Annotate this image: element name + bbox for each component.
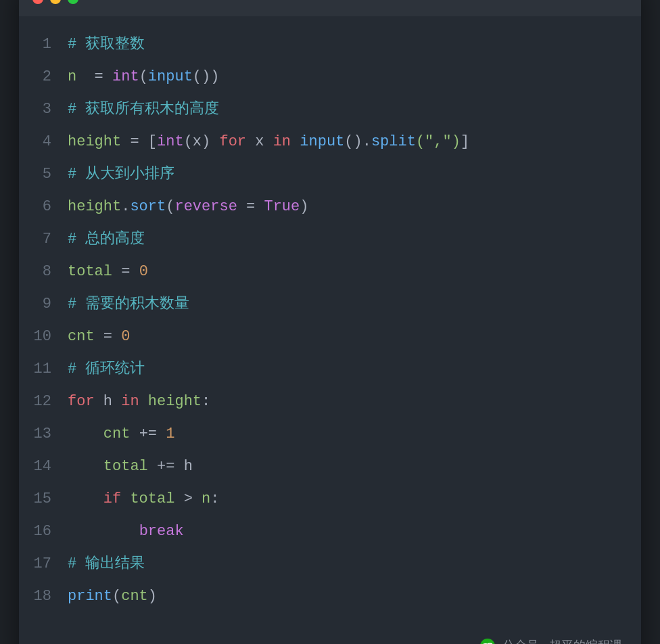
token: # 总的高度 (68, 231, 145, 248)
line-number: 11 (19, 354, 68, 384)
line-content: total = 0 (68, 257, 148, 287)
line-number: 4 (19, 127, 68, 157)
token: ( (112, 588, 121, 605)
line-number: 13 (19, 419, 68, 449)
token: (",") (416, 133, 461, 150)
token (68, 490, 103, 507)
line-content: # 获取所有积木的高度 (68, 95, 219, 124)
token: split (371, 133, 416, 150)
token: 0 (121, 328, 130, 345)
token: total (68, 458, 157, 475)
code-line: 9# 需要的积木数量 (19, 288, 641, 321)
token: height (68, 198, 121, 215)
code-line: 1# 获取整数 (19, 28, 641, 61)
token: for (219, 133, 246, 150)
line-content: # 输出结果 (68, 549, 145, 579)
token: height (148, 393, 202, 410)
code-area: 1# 获取整数2n = int(input())3# 获取所有积木的高度4hei… (19, 16, 641, 632)
line-content: for h in height: (68, 387, 210, 417)
code-line: 10cnt = 0 (19, 321, 641, 353)
code-window: 1# 获取整数2n = int(input())3# 获取所有积木的高度4hei… (19, 0, 641, 644)
token: += h (157, 458, 193, 475)
token: ) (210, 68, 219, 85)
line-content: cnt = 0 (68, 322, 130, 352)
line-content: total += h (68, 452, 193, 482)
line-content: # 需要的积木数量 (68, 290, 189, 319)
code-line: 6height.sort(reverse = True) (19, 191, 641, 223)
token: ( (139, 68, 148, 85)
code-line: 11# 循环统计 (19, 353, 641, 386)
line-content: break (68, 517, 184, 547)
token: cnt (121, 588, 148, 605)
token: in (121, 393, 139, 410)
line-number: 14 (19, 452, 68, 482)
minimize-button[interactable] (50, 0, 61, 4)
token: 0 (139, 263, 148, 280)
token: print (68, 588, 112, 605)
line-content: if total > n: (68, 484, 219, 514)
line-content: cnt += 1 (68, 419, 174, 449)
token: ( (166, 198, 174, 215)
token (68, 523, 139, 540)
token: ) (148, 588, 157, 605)
line-content: print(cnt) (68, 582, 157, 612)
code-line: 5# 从大到小排序 (19, 158, 641, 191)
token: sort (130, 198, 166, 215)
token: input (300, 133, 344, 150)
token: break (139, 523, 184, 540)
token: total (121, 490, 183, 507)
token: # 需要的积木数量 (68, 296, 189, 313)
titlebar (19, 0, 641, 16)
token: = [ (121, 133, 157, 150)
code-line: 14 total += h (19, 451, 641, 483)
token: ] (461, 133, 469, 150)
line-number: 18 (19, 582, 68, 612)
watermark: 公众号 · 超平的编程课 (19, 632, 641, 644)
token: h (95, 393, 122, 410)
token: . (121, 198, 130, 215)
maximize-button[interactable] (68, 0, 78, 4)
token: = (95, 328, 122, 345)
token: x (246, 133, 273, 150)
code-line: 3# 获取所有积木的高度 (19, 93, 641, 126)
line-number: 10 (19, 322, 68, 352)
line-number: 12 (19, 387, 68, 417)
token: in (273, 133, 291, 150)
line-content: n = int(input()) (68, 62, 219, 92)
token: ) (300, 198, 308, 215)
line-content: # 循环统计 (68, 354, 145, 384)
line-number: 17 (19, 549, 68, 579)
token: cnt (68, 426, 139, 442)
line-content: # 总的高度 (68, 225, 145, 254)
line-content: # 从大到小排序 (68, 160, 174, 189)
code-line: 15 if total > n: (19, 483, 641, 515)
line-number: 15 (19, 484, 68, 514)
token: # 获取整数 (68, 36, 145, 53)
line-number: 5 (19, 160, 68, 189)
line-content: height = [int(x) for x in input().split(… (68, 127, 469, 157)
token: n (202, 490, 210, 507)
code-line: 13 cnt += 1 (19, 418, 641, 451)
code-line: 18print(cnt) (19, 580, 641, 613)
token: += (139, 426, 166, 442)
token: height (68, 133, 121, 150)
code-line: 2n = int(input()) (19, 61, 641, 93)
token: int (112, 68, 139, 85)
token: = (76, 68, 112, 85)
line-number: 9 (19, 290, 68, 319)
token: reverse (174, 198, 237, 215)
code-line: 17# 输出结果 (19, 548, 641, 580)
code-line: 7# 总的高度 (19, 223, 641, 256)
line-number: 7 (19, 225, 68, 254)
line-number: 2 (19, 62, 68, 92)
code-line: 8total = 0 (19, 256, 641, 288)
token: = (237, 198, 264, 215)
token: cnt (68, 328, 95, 345)
token: 1 (166, 426, 174, 442)
wechat-icon (480, 639, 495, 644)
line-number: 3 (19, 95, 68, 124)
token: # 循环统计 (68, 361, 145, 377)
close-button[interactable] (32, 0, 43, 4)
token: (). (344, 133, 371, 150)
token: : (202, 393, 210, 410)
